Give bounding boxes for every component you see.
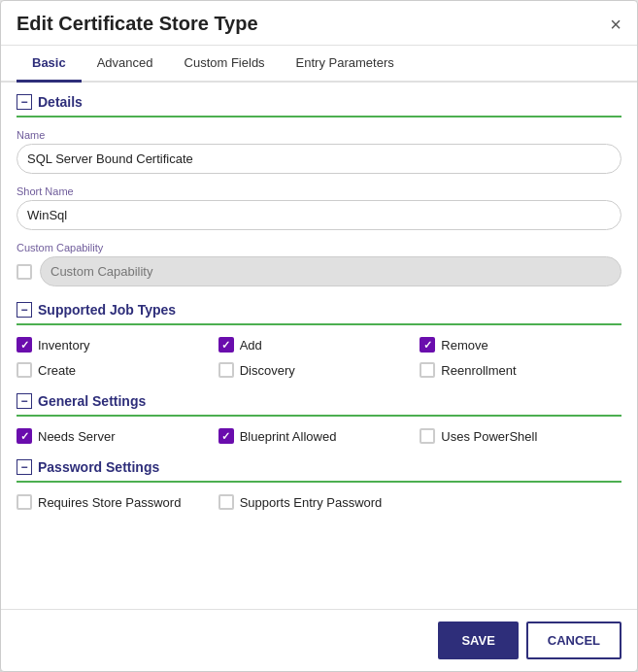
checkbox-item-remove: Remove: [420, 337, 621, 353]
checkbox-item-blueprint-allowed: Blueprint Allowed: [218, 428, 420, 444]
details-divider: [17, 116, 621, 118]
name-field-group: Name: [17, 129, 621, 174]
checkbox-item-supports-entry-password: Supports Entry Password: [218, 494, 420, 510]
tab-entry-parameters[interactable]: Entry Parameters: [281, 46, 410, 83]
needs-server-checkbox[interactable]: [17, 428, 32, 444]
close-button[interactable]: ×: [610, 15, 621, 34]
blueprint-allowed-checkbox[interactable]: [218, 428, 234, 444]
tab-advanced[interactable]: Advanced: [82, 46, 169, 83]
discovery-label: Discovery: [240, 363, 295, 378]
details-label: Details: [38, 94, 83, 110]
general-settings-label: General Settings: [38, 393, 146, 409]
details-section: − Details Name Short Name Custom Capabil…: [17, 94, 621, 286]
add-label: Add: [240, 338, 262, 353]
add-checkbox[interactable]: [218, 337, 234, 353]
custom-capability-row: [17, 256, 621, 286]
supported-job-types-header: − Supported Job Types: [17, 302, 621, 318]
checkbox-item-add: Add: [218, 337, 420, 353]
reenrollment-checkbox[interactable]: [420, 362, 435, 378]
checkbox-item-inventory: Inventory: [17, 337, 218, 353]
custom-capability-checkbox[interactable]: [17, 264, 32, 280]
general-settings-header: − General Settings: [17, 393, 621, 409]
supported-job-types-section: − Supported Job Types Inventory Add Remo…: [17, 302, 621, 378]
password-settings-header: − Password Settings: [17, 459, 621, 475]
uses-powershell-label: Uses PowerShell: [441, 429, 537, 444]
password-settings-collapse-icon[interactable]: −: [17, 459, 32, 475]
discovery-checkbox[interactable]: [218, 362, 234, 378]
cancel-button[interactable]: CANCEL: [526, 622, 621, 659]
supports-entry-password-label: Supports Entry Password: [240, 495, 383, 510]
password-settings-grid: Requires Store Password Supports Entry P…: [17, 494, 621, 510]
custom-capability-field-group: Custom Capability: [17, 242, 621, 286]
short-name-field-group: Short Name: [17, 185, 621, 230]
general-settings-divider: [17, 415, 621, 417]
supported-job-types-grid: Inventory Add Remove Create Discovery: [17, 337, 621, 378]
modal-title: Edit Certificate Store Type: [17, 13, 258, 35]
requires-store-password-checkbox[interactable]: [17, 494, 32, 510]
checkbox-item-reenrollment: Reenrollment: [420, 362, 621, 378]
remove-checkbox[interactable]: [420, 337, 435, 353]
general-settings-grid: Needs Server Blueprint Allowed Uses Powe…: [17, 428, 621, 444]
details-section-header: − Details: [17, 94, 621, 110]
custom-capability-input[interactable]: [40, 256, 621, 286]
modal-dialog: Edit Certificate Store Type × Basic Adva…: [0, 0, 638, 672]
reenrollment-label: Reenrollment: [441, 363, 516, 378]
modal-footer: SAVE CANCEL: [1, 609, 637, 671]
create-label: Create: [38, 363, 76, 378]
supports-entry-password-checkbox[interactable]: [218, 494, 234, 510]
supported-job-types-label: Supported Job Types: [38, 302, 176, 318]
name-input[interactable]: [17, 144, 621, 174]
custom-capability-label: Custom Capability: [17, 242, 621, 253]
save-button[interactable]: SAVE: [438, 622, 518, 659]
tab-custom-fields[interactable]: Custom Fields: [169, 46, 281, 83]
modal-header: Edit Certificate Store Type ×: [1, 1, 637, 46]
create-checkbox[interactable]: [17, 362, 32, 378]
general-settings-collapse-icon[interactable]: −: [17, 393, 32, 409]
details-collapse-icon[interactable]: −: [17, 94, 32, 110]
remove-label: Remove: [441, 338, 487, 353]
password-settings-section: − Password Settings Requires Store Passw…: [17, 459, 621, 510]
uses-powershell-checkbox[interactable]: [420, 428, 435, 444]
blueprint-allowed-label: Blueprint Allowed: [240, 429, 337, 444]
modal-body: − Details Name Short Name Custom Capabil…: [1, 83, 637, 609]
needs-server-label: Needs Server: [38, 429, 115, 444]
inventory-checkbox[interactable]: [17, 337, 32, 353]
checkbox-item-requires-store-password: Requires Store Password: [17, 494, 218, 510]
tab-bar: Basic Advanced Custom Fields Entry Param…: [1, 46, 637, 83]
general-settings-section: − General Settings Needs Server Blueprin…: [17, 393, 621, 444]
checkbox-item-uses-powershell: Uses PowerShell: [420, 428, 621, 444]
checkbox-item-needs-server: Needs Server: [17, 428, 218, 444]
name-label: Name: [17, 129, 621, 141]
inventory-label: Inventory: [38, 338, 89, 353]
password-settings-label: Password Settings: [38, 459, 159, 475]
requires-store-password-label: Requires Store Password: [38, 495, 181, 510]
supported-job-types-divider: [17, 323, 621, 325]
short-name-label: Short Name: [17, 185, 621, 197]
checkbox-item-create: Create: [17, 362, 218, 378]
tab-basic[interactable]: Basic: [17, 46, 82, 83]
supported-job-types-collapse-icon[interactable]: −: [17, 302, 32, 318]
checkbox-item-discovery: Discovery: [218, 362, 420, 378]
password-settings-divider: [17, 481, 621, 483]
short-name-input[interactable]: [17, 200, 621, 230]
